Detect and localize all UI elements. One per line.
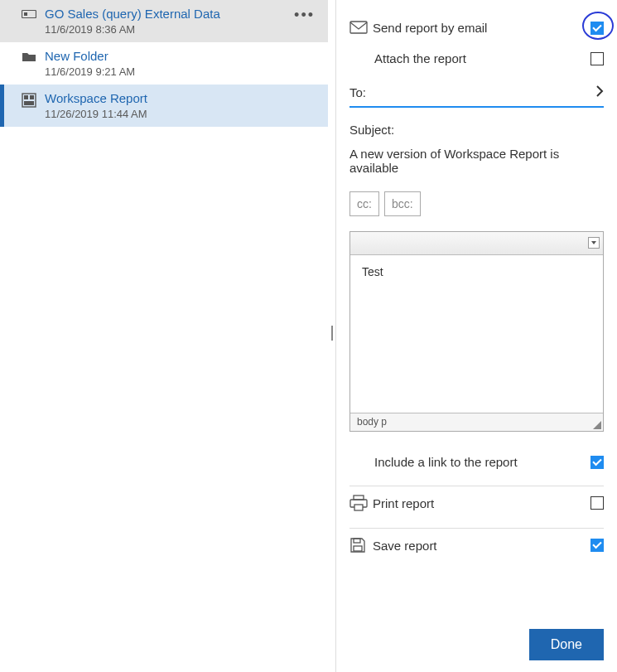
delivery-panel: Send report by email Attach the report T…	[335, 0, 617, 672]
resize-handle-icon[interactable]	[593, 421, 601, 429]
toolbar-dropdown-icon[interactable]	[588, 237, 600, 249]
svg-rect-4	[30, 95, 34, 99]
file-item-new-folder[interactable]: New Folder 11/6/2019 9:21 AM	[0, 42, 328, 85]
file-meta: 11/26/2019 11:44 AM	[45, 108, 320, 120]
include-link-row: Include a link to the report	[349, 447, 604, 477]
file-meta: 11/6/2019 8:36 AM	[45, 23, 289, 36]
editor-body[interactable]: Test	[350, 255, 603, 413]
rich-text-editor: Test body p	[349, 231, 604, 432]
svg-rect-1	[24, 12, 27, 16]
report-icon	[17, 7, 41, 20]
done-button[interactable]: Done	[529, 629, 604, 660]
selection-bar	[0, 85, 4, 127]
file-meta: 11/6/2019 9:21 AM	[45, 65, 320, 78]
svg-rect-10	[354, 539, 360, 543]
editor-status-bar: body p	[350, 413, 603, 431]
svg-rect-3	[24, 95, 28, 99]
attach-report-row: Attach the report	[349, 43, 604, 74]
send-by-email-checkbox[interactable]	[590, 22, 604, 35]
subject-label: Subject:	[349, 123, 604, 137]
workspace-icon	[17, 91, 41, 108]
print-report-checkbox[interactable]	[590, 496, 604, 510]
save-icon	[349, 537, 373, 554]
save-report-row: Save report	[349, 528, 604, 562]
save-report-checkbox[interactable]	[590, 539, 604, 552]
attach-report-checkbox[interactable]	[590, 52, 604, 65]
subject-value: A new version of Workspace Report is ava…	[349, 147, 604, 175]
file-name: GO Sales (query) External Data	[45, 7, 289, 22]
include-link-checkbox[interactable]	[590, 456, 604, 469]
svg-rect-11	[354, 546, 362, 551]
svg-rect-5	[24, 101, 34, 105]
svg-rect-9	[354, 505, 363, 510]
file-item-go-sales[interactable]: GO Sales (query) External Data 11/6/2019…	[0, 0, 328, 42]
print-report-row: Print report	[349, 486, 604, 520]
svg-rect-7	[354, 496, 364, 500]
folder-icon	[17, 49, 41, 62]
pane-divider[interactable]	[328, 0, 335, 672]
envelope-icon	[349, 21, 373, 34]
chevron-right-icon	[595, 85, 604, 99]
file-name: New Folder	[45, 49, 320, 64]
to-row[interactable]: To:	[349, 74, 604, 108]
cc-button[interactable]: cc:	[349, 191, 379, 216]
kebab-menu-icon[interactable]: •••	[289, 7, 320, 24]
send-by-email-row: Send report by email	[349, 12, 604, 43]
bcc-button[interactable]: bcc:	[384, 191, 421, 216]
file-item-workspace-report[interactable]: Workspace Report 11/26/2019 11:44 AM	[0, 85, 328, 127]
svg-rect-6	[350, 22, 367, 33]
file-list: GO Sales (query) External Data 11/6/2019…	[0, 0, 328, 672]
printer-icon	[349, 495, 373, 511]
file-name: Workspace Report	[45, 91, 320, 106]
editor-toolbar	[350, 232, 603, 255]
